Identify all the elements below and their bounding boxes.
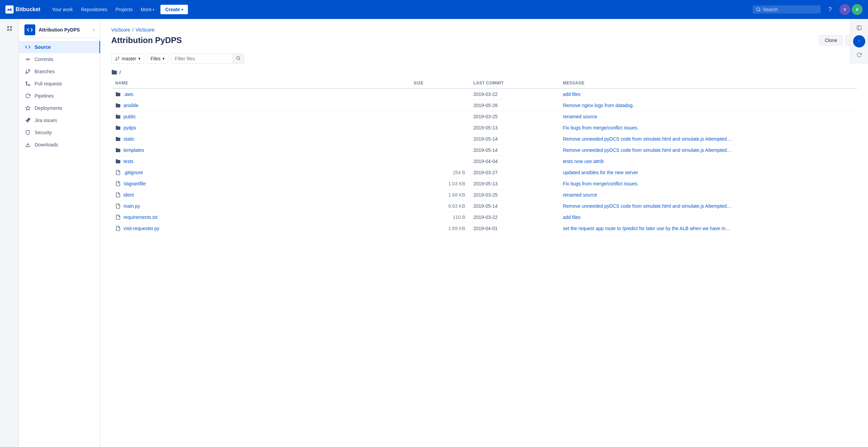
file-link[interactable]: public bbox=[123, 114, 136, 119]
refresh-button[interactable] bbox=[853, 49, 865, 61]
file-link[interactable]: ansible bbox=[123, 103, 138, 108]
sidebar-item-label: Pull requests bbox=[35, 81, 62, 86]
file-name-wrapper: tests bbox=[115, 159, 406, 164]
commit-message-cell: set the request app route to /predict fo… bbox=[559, 223, 857, 234]
nav-items: Source Commits Branches Pu bbox=[19, 38, 100, 154]
user-avatars[interactable]: V A bbox=[840, 4, 863, 15]
svg-rect-5 bbox=[10, 29, 12, 31]
folder-icon bbox=[115, 125, 121, 130]
file-link[interactable]: templates bbox=[123, 147, 144, 153]
table-row: templates 2019-05-14 Remove unneeded pyD… bbox=[111, 145, 857, 156]
sidebar-item-label: Source bbox=[35, 44, 51, 50]
sidebar-item-commits[interactable]: Commits bbox=[19, 53, 100, 65]
svg-point-6 bbox=[27, 58, 28, 60]
file-link[interactable]: visit-requester.py bbox=[123, 226, 159, 231]
file-link[interactable]: .gitignore bbox=[123, 170, 143, 175]
your-work-link[interactable]: Your work bbox=[49, 5, 76, 14]
file-link[interactable]: pydps bbox=[123, 125, 136, 130]
commit-message-link[interactable]: renamed source bbox=[563, 192, 732, 198]
projects-link[interactable]: Projects bbox=[112, 5, 136, 14]
col-header-last-commit: Last commit bbox=[469, 78, 559, 88]
panel-toggle-button[interactable] bbox=[853, 22, 865, 34]
sidebar-item-label: Branches bbox=[35, 69, 55, 74]
grid-icon[interactable] bbox=[3, 22, 16, 35]
table-row: main.py 6.63 KB 2019-05-14 Remove unneed… bbox=[111, 201, 857, 212]
chevron-down-icon: ▾ bbox=[138, 56, 140, 61]
sidebar-item-label: Security bbox=[35, 130, 52, 135]
commit-message-link[interactable]: tests now use attrib bbox=[563, 159, 732, 164]
sidebar-item-deployments[interactable]: Deployments bbox=[19, 102, 100, 114]
file-size-cell bbox=[410, 145, 469, 156]
toolbar: master ▾ Files ▾ bbox=[111, 54, 857, 64]
breadcrumb-org[interactable]: VisScore bbox=[111, 27, 130, 33]
breadcrumb-repo[interactable]: VisScore bbox=[136, 27, 155, 33]
sidebar-item-jira[interactable]: Jira issues bbox=[19, 114, 100, 126]
more-link[interactable]: More ▾ bbox=[137, 5, 158, 14]
file-link[interactable]: Vagrantfile bbox=[123, 181, 146, 186]
create-button[interactable]: Create ▾ bbox=[160, 5, 188, 14]
branch-selector[interactable]: master ▾ bbox=[111, 54, 144, 64]
commit-message-link[interactable]: Fix bugs from merge/conflict issues. bbox=[563, 181, 732, 186]
commit-message-link[interactable]: renamed source bbox=[563, 114, 732, 119]
file-table-header: Name Size Last commit Message bbox=[111, 78, 857, 88]
clone-button[interactable]: Clone bbox=[819, 35, 843, 45]
commit-date-cell: 2019-05-13 bbox=[469, 178, 559, 189]
sidebar-item-source[interactable]: Source bbox=[19, 41, 100, 53]
commit-message-link[interactable]: Remove nginx logs from datadog. bbox=[563, 103, 732, 108]
file-link[interactable]: requirements.txt bbox=[123, 215, 157, 220]
file-link[interactable]: tests bbox=[123, 159, 134, 164]
sidebar-item-security[interactable]: Security bbox=[19, 126, 100, 139]
files-selector[interactable]: Files ▾ bbox=[147, 54, 169, 64]
repositories-link[interactable]: Repositories bbox=[78, 5, 111, 14]
filter-files-input[interactable] bbox=[171, 54, 232, 63]
avatar-1[interactable]: V bbox=[840, 4, 850, 15]
file-link[interactable]: main.py bbox=[123, 203, 140, 209]
file-size-cell: 6.63 KB bbox=[410, 201, 469, 212]
app-logo[interactable]: Bitbucket bbox=[5, 5, 40, 14]
svg-rect-20 bbox=[857, 26, 861, 30]
sidebar-item-label: Jira issues bbox=[35, 118, 57, 123]
info-button[interactable] bbox=[853, 35, 865, 47]
filter-search-button[interactable] bbox=[232, 54, 244, 63]
sidebar-item-label: Downloads bbox=[35, 142, 58, 147]
nav-collapse-button[interactable]: ‹ bbox=[93, 27, 95, 33]
sidebar-item-downloads[interactable]: Downloads bbox=[19, 139, 100, 151]
commit-message-cell: Fix bugs from merge/conflict issues. bbox=[559, 122, 857, 134]
search-icon bbox=[236, 56, 240, 60]
sidebar-item-branches[interactable]: Branches bbox=[19, 65, 100, 78]
folder-icon bbox=[111, 69, 117, 75]
commit-message-cell: updated ansibles for the new server bbox=[559, 167, 857, 178]
sidebar-item-pipelines[interactable]: Pipelines bbox=[19, 90, 100, 102]
chevron-down-icon: ▾ bbox=[181, 8, 183, 12]
svg-point-11 bbox=[26, 72, 27, 74]
sidebar-repo-name: Attribution PyDPS bbox=[39, 27, 80, 33]
file-name-cell: .gitignore bbox=[111, 167, 410, 178]
table-row: ident 1.68 KB 2019-03-25 renamed source bbox=[111, 189, 857, 201]
commit-message-link[interactable]: Remove unneeded pyDCS code from simulate… bbox=[563, 136, 732, 142]
sidebar-item-pull-requests[interactable]: Pull requests bbox=[19, 78, 100, 90]
svg-point-17 bbox=[118, 57, 119, 58]
file-table-body: .aws 2019-03-22 add files ansible 2019-0… bbox=[111, 88, 857, 234]
commit-message-link[interactable]: Remove unneeded pyDCS code from simulate… bbox=[563, 147, 732, 153]
branch-icon bbox=[115, 56, 120, 61]
avatar-2[interactable]: A bbox=[852, 4, 863, 15]
commit-message-cell: renamed source bbox=[559, 189, 857, 201]
svg-rect-2 bbox=[7, 26, 9, 28]
file-link[interactable]: .aws bbox=[123, 92, 133, 97]
commit-message-link[interactable]: add files bbox=[563, 215, 732, 220]
commit-date-cell: 2019-05-14 bbox=[469, 145, 559, 156]
file-link[interactable]: ident bbox=[123, 192, 134, 198]
sidebar-item-label: Pipelines bbox=[35, 93, 54, 99]
svg-rect-0 bbox=[5, 5, 14, 14]
help-button[interactable]: ? bbox=[825, 4, 835, 15]
file-name-cell: ident bbox=[111, 189, 410, 201]
commits-icon bbox=[24, 56, 31, 63]
commit-message-link[interactable]: add files bbox=[563, 92, 732, 97]
file-link[interactable]: static bbox=[123, 136, 135, 142]
search-box[interactable]: Search bbox=[753, 5, 821, 14]
commit-message-link[interactable]: updated ansibles for the new server bbox=[563, 170, 732, 175]
commit-message-link[interactable]: Fix bugs from merge/conflict issues. bbox=[563, 125, 732, 130]
commit-message-cell: tests now use attrib bbox=[559, 156, 857, 167]
commit-message-link[interactable]: Remove unneeded pyDCS code from simulate… bbox=[563, 203, 732, 209]
commit-message-link[interactable]: set the request app route to /predict fo… bbox=[563, 226, 732, 231]
